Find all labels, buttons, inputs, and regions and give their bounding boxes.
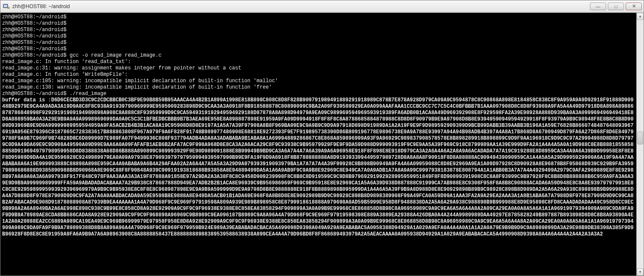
scrollbar-up-button[interactable]: ▲ xyxy=(637,13,644,20)
minimize-button[interactable]: ― xyxy=(590,3,606,10)
compile-command-line: zhh@HOST88:~/android$ gcc -o read_image … xyxy=(2,52,635,59)
prompt-line: zhh@HOST88:~/android$ xyxy=(2,20,635,27)
terminal[interactable]: zhh@HOST88:~/android$ zhh@HOST88:~/andro… xyxy=(0,13,636,276)
compiler-output-line: read_image.c:138: warning: incompatible … xyxy=(2,84,635,91)
run-command-line: zhh@HOST88:~/android$ ./read_image xyxy=(2,91,635,97)
prompt-line: zhh@HOST88:~/android$ xyxy=(2,33,635,40)
buffer-hex-output: buffer data is :D6D6CECBD3D3C9C2CDCBBCB0… xyxy=(2,97,635,238)
compiler-output-line: read_image.c: In function 'read_data_txt… xyxy=(2,59,635,65)
scroll-down-icon: ▼ xyxy=(639,270,641,274)
minimize-icon: ― xyxy=(596,4,601,9)
scrollbar-down-button[interactable]: ▼ xyxy=(637,268,644,276)
window-controls: ― □ ✕ xyxy=(590,3,642,10)
prompt-line: zhh@HOST88:~/android$ xyxy=(2,14,635,20)
compiler-output-line: read_image.c:31: warning: assignment mak… xyxy=(2,65,635,72)
svg-rect-1 xyxy=(4,5,7,7)
client-area: zhh@HOST88:~/android$ zhh@HOST88:~/andro… xyxy=(0,12,644,276)
compiler-output-line: read_image.c:105: warning: incompatible … xyxy=(2,78,635,84)
vertical-scrollbar[interactable]: ▲ ▼ xyxy=(636,13,644,276)
scroll-up-icon: ▲ xyxy=(639,14,641,18)
prompt-line: zhh@HOST88:~/android$ xyxy=(2,46,635,52)
prompt-line: zhh@HOST88:~/android$ xyxy=(2,40,635,46)
window-title: zhh@HOST88: ~/android xyxy=(12,3,590,9)
putty-icon xyxy=(3,3,10,10)
maximize-icon: □ xyxy=(615,4,618,9)
scrollbar-thumb[interactable] xyxy=(637,132,643,144)
prompt-line: zhh@HOST88:~/android$ xyxy=(2,27,635,33)
app-window: zhh@HOST88: ~/android ― □ ✕ zhh@HOST88:~… xyxy=(0,0,644,276)
titlebar[interactable]: zhh@HOST88: ~/android ― □ ✕ xyxy=(0,0,644,12)
maximize-button[interactable]: □ xyxy=(608,3,624,10)
scrollbar-track[interactable] xyxy=(637,20,644,268)
compiler-output-line: read_image.c: In function 'WriteBmpFile'… xyxy=(2,72,635,78)
close-icon: ✕ xyxy=(632,3,636,9)
close-button[interactable]: ✕ xyxy=(626,3,642,10)
